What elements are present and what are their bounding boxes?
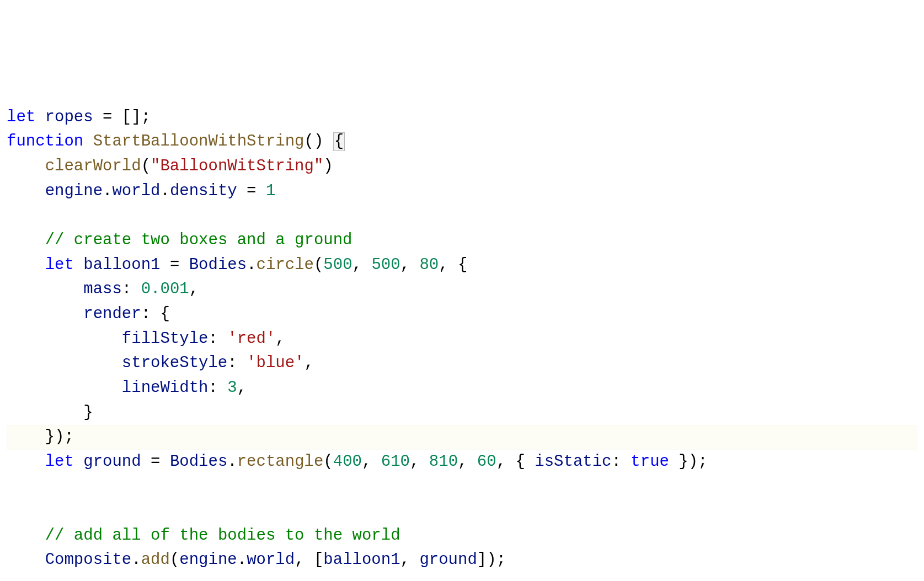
token-punct: . <box>247 256 256 274</box>
token-ident: isStatic <box>535 453 611 471</box>
code-line[interactable]: function StartBalloonWithString() { <box>7 130 917 154</box>
token-whitespace <box>7 280 83 298</box>
code-line[interactable]: let ropes = []; <box>7 105 917 130</box>
code-line[interactable]: } <box>7 401 917 426</box>
code-editor-view: let ropes = [];function StartBalloonWith… <box>7 105 917 573</box>
token-punct: : <box>208 379 227 397</box>
token-ident: density <box>170 182 237 200</box>
token-punct: : <box>612 453 631 471</box>
token-punct: . <box>227 453 237 471</box>
token-whitespace <box>7 551 45 569</box>
token-ident: ropes <box>35 108 103 126</box>
code-line[interactable]: Composite.add(engine.world, [balloon1, g… <box>7 548 917 573</box>
token-punct: . <box>237 551 247 569</box>
token-ident: world <box>112 182 160 200</box>
token-punct: , <box>410 453 429 471</box>
token-ident: fillStyle <box>122 330 209 348</box>
code-line[interactable]: }); <box>7 425 917 450</box>
token-whitespace <box>7 379 122 397</box>
code-line[interactable]: // create two boxes and a ground <box>7 228 917 253</box>
token-punct: ) <box>323 157 333 175</box>
code-line[interactable] <box>7 499 917 524</box>
token-whitespace <box>83 132 93 150</box>
token-keyword: function <box>7 132 83 150</box>
token-whitespace <box>7 330 122 348</box>
token-punct: , <box>400 551 420 569</box>
token-punct: , <box>362 453 381 471</box>
token-whitespace <box>112 108 121 126</box>
token-punct: = <box>141 453 170 471</box>
token-comment: // add all of the bodies to the world <box>45 526 400 545</box>
token-punct: ( <box>314 256 323 274</box>
code-line[interactable]: engine.world.density = 1 <box>7 179 917 204</box>
token-punct: : <box>122 280 141 298</box>
code-line[interactable]: lineWidth: 3, <box>7 376 917 401</box>
token-punct: = <box>160 256 189 274</box>
token-ident: ground <box>83 453 141 471</box>
token-ident: strokeStyle <box>122 354 227 372</box>
token-comment: // create two boxes and a ground <box>45 231 352 249</box>
token-funcname: StartBalloonWithString <box>93 132 305 150</box>
code-line[interactable] <box>7 203 917 228</box>
token-punct: [] <box>122 108 141 126</box>
token-ident: ground <box>419 551 477 569</box>
token-punct: , <box>189 280 199 298</box>
token-keyword: let <box>45 256 74 274</box>
code-line[interactable]: let ground = Bodies.rectangle(400, 610, … <box>7 450 917 475</box>
token-method: clearWorld <box>45 157 141 175</box>
token-ident: world <box>247 551 295 569</box>
token-punct: ( <box>170 551 179 569</box>
token-punct: }); <box>7 428 74 446</box>
token-ident: mass <box>83 280 122 298</box>
token-punct: ]); <box>477 551 506 569</box>
token-punct: . <box>131 551 141 569</box>
token-punct: , <box>237 379 247 397</box>
token-punct: }); <box>669 453 708 471</box>
token-number: 500 <box>323 256 352 274</box>
code-line[interactable]: mass: 0.001, <box>7 277 917 302</box>
token-method: add <box>141 551 170 569</box>
token-punct: , <box>458 453 477 471</box>
token-ident: balloon1 <box>323 551 400 569</box>
token-whitespace <box>7 453 45 471</box>
token-ident: engine <box>45 182 103 200</box>
token-punct: : <box>208 330 227 348</box>
token-ident: render <box>83 305 141 323</box>
code-line[interactable] <box>7 474 917 499</box>
token-punct: , <box>400 256 420 274</box>
token-number: 3 <box>227 379 237 397</box>
token-ident: lineWidth <box>122 379 209 397</box>
token-method: rectangle <box>237 453 324 471</box>
code-line[interactable]: fillStyle: 'red', <box>7 327 917 352</box>
token-punct: ( <box>141 157 151 175</box>
token-ident: balloon1 <box>83 256 160 274</box>
token-whitespace <box>7 182 45 200</box>
token-punct: , <box>352 256 372 274</box>
token-punct: ; <box>141 108 151 126</box>
token-number: 0.001 <box>141 280 189 298</box>
token-number: 500 <box>371 256 400 274</box>
token-punct: , <box>305 354 314 372</box>
token-whitespace <box>323 132 333 150</box>
token-punct: : <box>227 354 247 372</box>
token-punct: , [ <box>295 551 323 569</box>
token-punct: . <box>103 182 112 200</box>
token-ident: Bodies <box>189 256 247 274</box>
code-line[interactable]: render: { <box>7 302 917 327</box>
token-whitespace <box>7 305 83 323</box>
token-punct: = <box>237 182 266 200</box>
token-whitespace <box>7 256 45 274</box>
token-punct: () <box>305 132 324 150</box>
token-ident: Bodies <box>170 453 227 471</box>
token-method: circle <box>257 256 314 274</box>
token-number: 610 <box>381 453 410 471</box>
token-punct: = <box>103 108 112 126</box>
token-whitespace <box>74 256 83 274</box>
token-keyword: let <box>45 453 74 471</box>
code-line[interactable]: clearWorld("BalloonWitString") <box>7 154 917 179</box>
code-line[interactable]: // add all of the bodies to the world <box>7 524 917 548</box>
code-line[interactable]: let balloon1 = Bodies.circle(500, 500, 8… <box>7 253 917 278</box>
token-punct: ( <box>323 453 333 471</box>
code-line[interactable]: strokeStyle: 'blue', <box>7 351 917 376</box>
token-keyword: let <box>7 108 35 126</box>
